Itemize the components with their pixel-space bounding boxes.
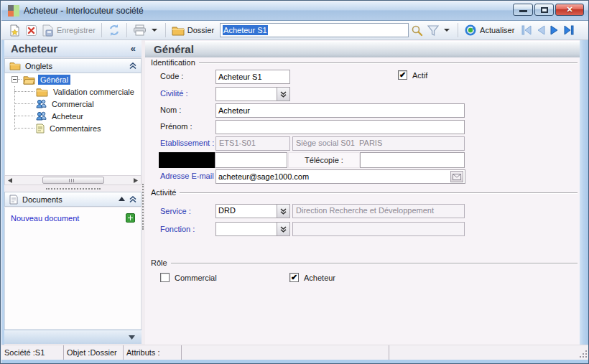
add-document-icon[interactable] bbox=[126, 213, 135, 223]
restore-button[interactable] bbox=[534, 4, 554, 16]
record-search-input[interactable]: Acheteur S1 bbox=[220, 23, 409, 37]
actif-checkbox[interactable]: ✔ bbox=[398, 70, 407, 80]
resize-grip-icon[interactable] bbox=[580, 350, 588, 358]
send-email-button[interactable] bbox=[450, 171, 463, 182]
onglets-tree: Général Validation commerciale Commercia… bbox=[4, 73, 142, 175]
dossier-button[interactable]: Dossier bbox=[170, 22, 216, 38]
tree-item-general[interactable]: Général bbox=[5, 73, 141, 85]
delete-icon bbox=[25, 24, 37, 37]
panel-splitter-handle[interactable] bbox=[46, 188, 101, 190]
tree-item-label[interactable]: Général bbox=[38, 75, 70, 85]
nav-last-icon[interactable] bbox=[563, 25, 575, 35]
filter-button[interactable] bbox=[425, 22, 454, 38]
scroll-left-icon[interactable] bbox=[5, 176, 15, 185]
tree-horizontal-scrollbar[interactable] bbox=[4, 175, 142, 185]
collapse-sidebar-icon[interactable]: « bbox=[131, 40, 136, 57]
refresh-button[interactable] bbox=[106, 22, 123, 38]
nom-input[interactable] bbox=[215, 103, 465, 118]
nav-next-icon[interactable] bbox=[549, 25, 560, 35]
filter-dropdown-icon[interactable] bbox=[444, 29, 450, 32]
email-label: Adresse E-mail : bbox=[160, 172, 218, 180]
scrollbar-thumb[interactable] bbox=[42, 177, 104, 184]
telecopie-input[interactable] bbox=[360, 152, 465, 168]
collapse-panel-icon[interactable] bbox=[129, 62, 136, 70]
actualiser-icon bbox=[464, 24, 477, 37]
actualiser-button[interactable]: Actualiser bbox=[462, 22, 516, 38]
status-empty-cell bbox=[389, 345, 589, 360]
tree-expander-icon[interactable] bbox=[11, 76, 18, 83]
role-legend: Rôle bbox=[151, 258, 167, 267]
tree-item-commercial[interactable]: Commercial bbox=[5, 98, 141, 110]
tree-item-acheteur[interactable]: Acheteur bbox=[5, 110, 141, 122]
documents-panel-title: Documents bbox=[22, 195, 114, 204]
telephone-label-redacted bbox=[159, 152, 215, 168]
folder-icon bbox=[172, 25, 185, 36]
nav-previous-icon[interactable] bbox=[536, 25, 546, 35]
onglets-panel-header[interactable]: Onglets bbox=[4, 58, 142, 73]
close-button[interactable]: ✕ bbox=[555, 4, 584, 16]
nav-first-icon[interactable] bbox=[521, 25, 532, 35]
dropdown-double-chevron-icon[interactable] bbox=[277, 88, 289, 101]
envelope-icon bbox=[453, 174, 461, 180]
acheteur-label: Acheteur bbox=[304, 274, 335, 282]
toolbar-separator bbox=[458, 23, 458, 37]
minimize-button[interactable] bbox=[513, 4, 533, 16]
scroll-right-icon[interactable] bbox=[131, 176, 141, 185]
activite-legend: Activité bbox=[151, 188, 176, 197]
search-icon bbox=[411, 24, 423, 37]
people-icon bbox=[36, 111, 47, 121]
dossier-button-label: Dossier bbox=[187, 26, 214, 34]
tree-item-label[interactable]: Validation commerciale bbox=[51, 87, 136, 97]
status-bar: Société :S1 Objet :Dossier Attributs : bbox=[1, 345, 589, 360]
documents-panel-header[interactable]: Documents bbox=[4, 192, 142, 207]
fonction-select[interactable] bbox=[215, 222, 290, 236]
prenom-input[interactable] bbox=[215, 120, 465, 134]
dropdown-double-chevron-icon[interactable] bbox=[277, 223, 289, 235]
print-dropdown-icon[interactable] bbox=[152, 29, 157, 32]
toolbar-separator bbox=[165, 23, 166, 37]
civilite-select[interactable] bbox=[215, 87, 290, 101]
toolbar-separator bbox=[126, 23, 127, 37]
tree-item-validation-commerciale[interactable]: Validation commerciale bbox=[5, 85, 141, 98]
save-button[interactable]: Enregistrer bbox=[40, 22, 98, 38]
prenom-label: Prénom : bbox=[160, 122, 193, 131]
scroll-up-icon[interactable] bbox=[119, 197, 125, 202]
etablissement-name-field: Siège social S01 PARIS bbox=[292, 136, 465, 151]
new-button[interactable] bbox=[6, 22, 23, 38]
service-select[interactable]: DRD bbox=[215, 204, 290, 218]
commercial-checkbox[interactable] bbox=[160, 273, 170, 282]
status-attributs: Attributs : bbox=[124, 345, 182, 360]
identification-legend: Identification bbox=[151, 58, 195, 67]
save-button-label: Enregistrer bbox=[57, 26, 96, 34]
dropdown-double-chevron-icon[interactable] bbox=[277, 205, 289, 218]
sidebar-bottom-bar[interactable] bbox=[4, 330, 142, 344]
tree-item-commentaires[interactable]: Commentaires bbox=[5, 122, 141, 134]
new-document-link[interactable]: Nouveau document bbox=[11, 214, 126, 223]
collapse-panel-icon[interactable] bbox=[129, 196, 136, 203]
app-logo-icon bbox=[8, 5, 19, 17]
identification-group: Identification bbox=[151, 58, 578, 67]
status-empty-cell bbox=[182, 345, 389, 360]
telephone-input[interactable] bbox=[215, 152, 287, 168]
email-input[interactable] bbox=[215, 169, 465, 184]
tree-item-label[interactable]: Commentaires bbox=[47, 123, 103, 134]
search-button[interactable] bbox=[409, 22, 425, 38]
tree-item-label[interactable]: Commercial bbox=[50, 99, 96, 109]
refresh-icon bbox=[108, 24, 121, 36]
window-bottom-border bbox=[1, 360, 589, 364]
window-title: Acheteur - Interlocuteur société bbox=[24, 1, 144, 20]
acheteur-checkbox[interactable]: ✔ bbox=[289, 273, 299, 282]
printer-icon bbox=[133, 24, 147, 36]
telecopie-label: Télécopie : bbox=[288, 152, 360, 168]
window-right-border bbox=[580, 40, 589, 345]
actif-label: Actif bbox=[412, 71, 427, 80]
expand-down-icon[interactable] bbox=[129, 335, 135, 340]
civilite-label: Civilité : bbox=[160, 89, 188, 98]
note-icon bbox=[36, 123, 45, 134]
tree-item-label[interactable]: Acheteur bbox=[50, 111, 85, 121]
print-button[interactable] bbox=[131, 22, 162, 38]
code-input[interactable] bbox=[215, 70, 290, 84]
delete-button[interactable] bbox=[23, 22, 40, 38]
toolbar: Enregistrer Dossier Acheteur S1 Actu bbox=[1, 21, 589, 40]
nom-label: Nom : bbox=[160, 106, 181, 114]
